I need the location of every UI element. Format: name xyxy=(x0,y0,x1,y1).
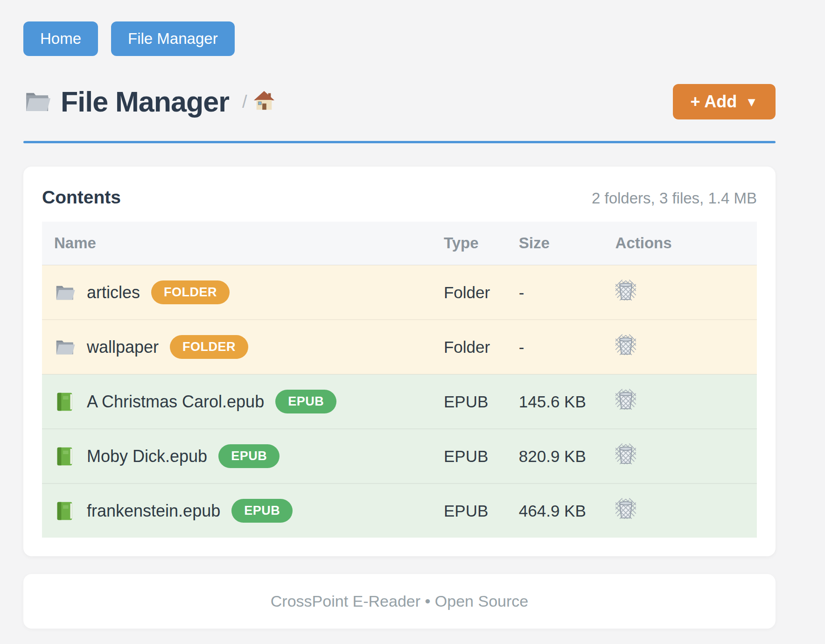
contents-card: Contents 2 folders, 3 files, 1.4 MB Name… xyxy=(23,167,776,556)
page-header: File Manager / + Add ▼ xyxy=(23,84,776,119)
title-divider xyxy=(23,141,776,143)
page-title: File Manager xyxy=(61,85,229,118)
nav-file-manager-button[interactable]: File Manager xyxy=(111,21,235,56)
type-cell: Folder xyxy=(432,265,507,320)
contents-summary: 2 folders, 3 files, 1.4 MB xyxy=(592,189,757,207)
file-name-link[interactable]: A Christmas Carol.epub xyxy=(87,392,264,412)
col-header-type: Type xyxy=(432,222,507,265)
size-cell: 820.9 KB xyxy=(507,429,603,483)
delete-button[interactable] xyxy=(615,334,636,356)
add-button-label: + Add xyxy=(691,92,737,112)
file-name-link[interactable]: frankenstein.epub xyxy=(87,501,220,521)
col-header-actions: Actions xyxy=(603,222,757,265)
type-cell: EPUB xyxy=(432,429,507,483)
size-cell: - xyxy=(507,320,603,374)
file-manager-page: Home File Manager File Manager / + Add ▼… xyxy=(0,0,776,629)
delete-button[interactable] xyxy=(615,443,636,465)
footer: CrossPoint E-Reader • Open Source xyxy=(23,574,776,629)
size-cell: - xyxy=(507,265,603,320)
house-icon xyxy=(253,90,275,113)
folder-icon xyxy=(23,88,51,116)
breadcrumb-separator: / xyxy=(242,92,247,112)
delete-button[interactable] xyxy=(615,280,636,301)
green-book-icon xyxy=(54,446,76,467)
file-name-link[interactable]: Moby Dick.epub xyxy=(87,447,207,466)
file-table: Name Type Size Actions articles FOLDER F… xyxy=(42,222,757,538)
delete-button[interactable] xyxy=(615,498,636,520)
table-row[interactable]: articles FOLDER Folder - xyxy=(42,265,757,320)
card-title: Contents xyxy=(42,187,121,208)
type-badge: EPUB xyxy=(231,499,293,523)
col-header-name: Name xyxy=(42,222,432,265)
table-row[interactable]: frankenstein.epub EPUB EPUB 464.9 KB xyxy=(42,483,757,538)
type-badge: EPUB xyxy=(275,390,336,413)
add-button[interactable]: + Add ▼ xyxy=(673,84,776,119)
table-row[interactable]: A Christmas Carol.epub EPUB EPUB 145.6 K… xyxy=(42,374,757,429)
col-header-size: Size xyxy=(507,222,603,265)
wastebasket-icon xyxy=(615,460,636,467)
type-cell: EPUB xyxy=(432,374,507,429)
breadcrumb-home-link[interactable] xyxy=(253,90,275,113)
folder-icon xyxy=(54,336,76,358)
file-name-link[interactable]: articles xyxy=(87,283,140,302)
table-row[interactable]: Moby Dick.epub EPUB EPUB 820.9 KB xyxy=(42,429,757,483)
type-badge: FOLDER xyxy=(170,335,248,359)
type-badge: FOLDER xyxy=(151,280,230,304)
green-book-icon xyxy=(54,391,76,413)
wastebasket-icon xyxy=(615,405,636,412)
wastebasket-icon xyxy=(615,514,636,521)
table-row[interactable]: wallpaper FOLDER Folder - xyxy=(42,320,757,374)
delete-button[interactable] xyxy=(615,389,636,411)
type-badge: EPUB xyxy=(218,444,280,468)
type-cell: EPUB xyxy=(432,483,507,538)
footer-text: CrossPoint E-Reader • Open Source xyxy=(271,592,528,610)
type-cell: Folder xyxy=(432,320,507,374)
file-table-head: Name Type Size Actions xyxy=(42,222,757,265)
folder-icon xyxy=(54,282,76,303)
size-cell: 464.9 KB xyxy=(507,483,603,538)
caret-down-icon: ▼ xyxy=(745,95,758,110)
size-cell: 145.6 KB xyxy=(507,374,603,429)
wastebasket-icon xyxy=(615,350,636,357)
green-book-icon xyxy=(54,500,76,522)
nav-home-button[interactable]: Home xyxy=(23,21,98,56)
top-nav: Home File Manager xyxy=(23,21,776,56)
wastebasket-icon xyxy=(615,296,636,303)
card-header: Contents 2 folders, 3 files, 1.4 MB xyxy=(42,187,757,208)
file-name-link[interactable]: wallpaper xyxy=(87,337,159,357)
file-table-body: articles FOLDER Folder - wallpaper FOLDE… xyxy=(42,265,757,538)
